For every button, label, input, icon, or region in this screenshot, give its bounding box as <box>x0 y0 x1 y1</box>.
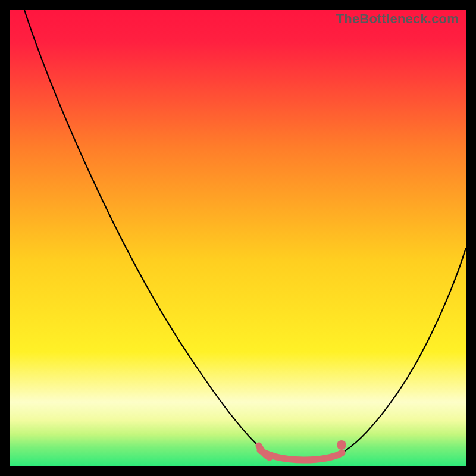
curve-right <box>341 248 466 453</box>
chart-frame: TheBottleneck.com <box>10 10 466 466</box>
bottleneck-curve <box>10 10 466 466</box>
curve-left <box>24 10 267 453</box>
marker-dot <box>337 440 346 450</box>
